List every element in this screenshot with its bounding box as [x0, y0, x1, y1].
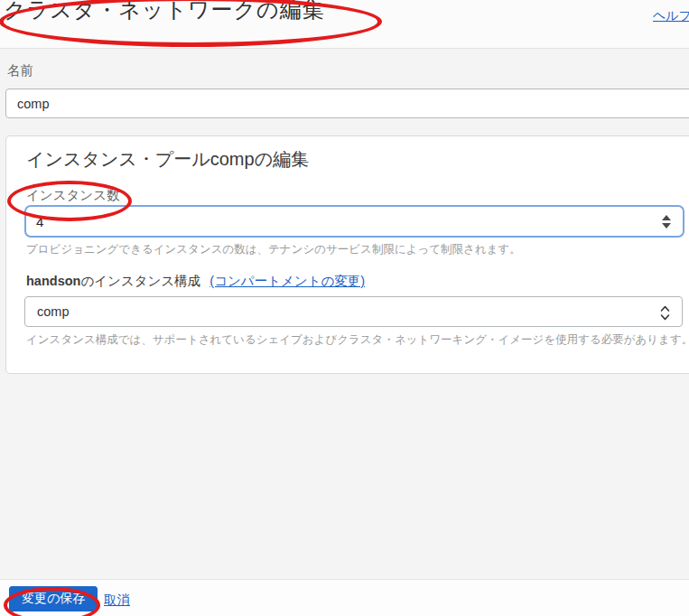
instance-config-help: インスタンス構成では、サポートされているシェイプおよびクラスタ・ネットワーキング…: [26, 332, 689, 348]
save-changes-button[interactable]: 変更の保存: [9, 586, 98, 611]
compartment-name: handson: [26, 274, 80, 288]
instance-config-select[interactable]: comp: [24, 296, 683, 327]
edit-cluster-network-panel: クラスタ・ネットワークの編集 ヘルプ 名前 インスタンス・プールcompの編集 …: [0, 0, 689, 616]
cancel-link[interactable]: 取消: [104, 592, 130, 609]
number-stepper-icon[interactable]: [661, 214, 672, 229]
panel-header: クラスタ・ネットワークの編集 ヘルプ: [0, 0, 689, 49]
select-chevron-icon: [660, 304, 670, 322]
instance-pool-card: インスタンス・プールcompの編集 インスタンス数 プロビジョニングできるインス…: [5, 135, 689, 374]
instance-count-help: プロビジョニングできるインスタンスの数は、テナンシのサービス制限によって制限され…: [26, 242, 521, 257]
change-compartment-link[interactable]: (コンパートメントの変更): [209, 274, 365, 288]
instance-config-selected-value: comp: [37, 304, 69, 319]
help-link[interactable]: ヘルプ: [653, 8, 689, 24]
panel-footer: 変更の保存 取消: [0, 579, 689, 616]
instance-config-label-text: のインスタンス構成: [80, 274, 200, 288]
instance-count-input[interactable]: [24, 205, 684, 238]
instance-count-label: インスタンス数: [26, 187, 120, 204]
page-title: クラスタ・ネットワークの編集: [4, 0, 325, 24]
name-label: 名前: [7, 62, 33, 79]
card-title: インスタンス・プールcompの編集: [26, 147, 309, 172]
name-input[interactable]: [5, 89, 689, 118]
instance-config-label: handsonのインスタンス構成(コンパートメントの変更): [26, 273, 365, 290]
instance-config-help-text: インスタンス構成では、サポートされているシェイプおよびクラスタ・ネットワーキング…: [26, 333, 689, 346]
